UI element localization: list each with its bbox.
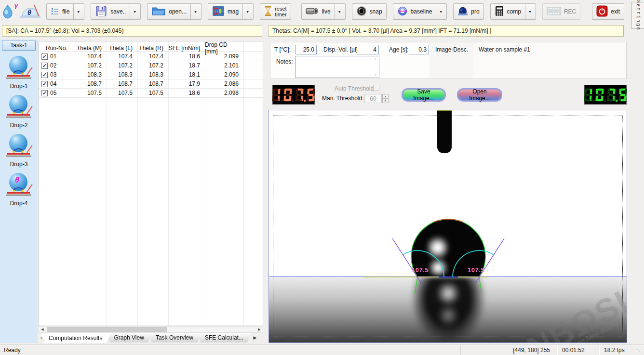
exit-button[interactable]: exit — [592, 3, 624, 20]
cell-theta_l: 108.7 — [107, 79, 137, 88]
drop-label: Drop-2 — [10, 122, 28, 129]
rec-button[interactable]: REC — [542, 3, 580, 20]
image-desc-label: Image-Desc. — [429, 43, 474, 78]
scroll-right-arrow[interactable]: ▶ — [256, 327, 263, 332]
row-checkbox[interactable] — [41, 90, 48, 96]
scroll-track[interactable] — [46, 327, 256, 332]
snap-button[interactable]: snap — [352, 3, 387, 20]
angle-led-display-left — [272, 85, 315, 105]
open-label: open... — [169, 8, 187, 15]
mag-button[interactable]: mag — [208, 3, 254, 20]
threshold-spinner[interactable]: ▲▼ — [382, 94, 389, 103]
table-hscrollbar[interactable]: ◀ ▶ — [39, 326, 263, 333]
table-row[interactable]: 02107.2107.2107.218.72.101 — [39, 61, 263, 70]
cell-drop_cd: 2.098 — [205, 89, 243, 97]
drop-image-view[interactable]: 107.5 107.5 NBΩSI Exploring New Boundari… — [268, 110, 627, 343]
app-logos: γ θ — [2, 3, 40, 20]
tabs-next-arrow[interactable]: ▶ — [252, 333, 258, 342]
row-checkbox[interactable] — [41, 53, 48, 60]
cell-sfe: 18.6 — [168, 52, 205, 61]
run-number: 04 — [50, 80, 56, 87]
image-description-panel: Image-Desc. Water on sample #1 — [429, 43, 626, 78]
settings-tab[interactable]: Settings — [631, 2, 644, 29]
cell-sfe: 17.9 — [168, 79, 205, 88]
cell-theta_r: 108.3 — [137, 70, 168, 79]
drop-label: Drop-3 — [10, 161, 28, 168]
comp-button[interactable]: comp — [490, 3, 536, 20]
baseline-button[interactable]: baseline — [393, 3, 447, 20]
rec-label: REC — [564, 8, 576, 15]
sidebar-item-drop-4[interactable]: θ Drop-4 — [0, 172, 38, 207]
baseline-dropdown-arrow[interactable] — [436, 4, 443, 19]
drop-label: Drop-4 — [10, 200, 28, 207]
save-button[interactable]: save.. — [91, 3, 141, 20]
scroll-left-arrow[interactable]: ◀ — [39, 327, 46, 332]
pro-button[interactable]: pro — [453, 3, 483, 20]
open-button[interactable]: open... — [147, 3, 201, 20]
manual-threshold-input[interactable]: 60 — [364, 94, 382, 103]
dispense-volume-input[interactable]: 4 — [357, 45, 379, 54]
run-number: 05 — [50, 90, 56, 96]
status-ready: Ready — [0, 345, 460, 355]
save-image-button[interactable]: Save Image... — [402, 88, 446, 102]
notes-scrollbar[interactable]: ∧∨ — [372, 57, 378, 77]
save-label: save.. — [110, 8, 126, 15]
file-dropdown-arrow[interactable] — [73, 4, 80, 19]
sidebar-item-drop-1[interactable]: Drop-1 — [0, 55, 38, 90]
resize-grip[interactable]: ⋱ — [634, 345, 644, 355]
cell-drop_cd: 2.086 — [205, 79, 243, 88]
live-dropdown-arrow[interactable] — [335, 4, 341, 19]
tab-task-overview[interactable]: Task Overview — [148, 333, 201, 342]
cell-sfe: 18.1 — [168, 70, 205, 79]
row-checkbox[interactable] — [41, 63, 48, 69]
file-button[interactable]: file — [46, 3, 84, 20]
roi-selection-rect[interactable] — [273, 116, 623, 337]
image-desc-value[interactable]: Water on sample #1 — [474, 43, 626, 78]
table-row[interactable]: 01107.4107.4107.418.62.099 — [39, 52, 263, 61]
cell-theta_r: 107.5 — [137, 89, 168, 97]
row-checkbox[interactable] — [41, 72, 48, 78]
row-checkbox[interactable] — [41, 81, 48, 87]
app-window: γ θ file save.. open... mag — [0, 0, 644, 355]
status-bar: Ready [449, 180] 255 00:01:52 18.2 fps ⋱ — [0, 344, 644, 355]
open-dropdown-arrow[interactable] — [190, 4, 197, 19]
sidebar-item-drop-2[interactable]: Drop-2 — [0, 94, 38, 129]
film-strip-icon — [547, 7, 561, 17]
age-label: Age [s]: — [389, 46, 409, 53]
live-button[interactable]: live — [301, 3, 346, 20]
temperature-input[interactable]: 25.0 — [295, 45, 317, 54]
baseline-icon — [397, 6, 408, 18]
cell-theta_l: 108.3 — [107, 70, 137, 79]
exit-label: exit — [611, 8, 620, 15]
cell-theta_l: 107.5 — [107, 89, 137, 97]
sidebar-item-drop-3[interactable]: Drop-3 — [0, 133, 38, 168]
live-label: live — [322, 8, 331, 15]
auto-threshold-checkbox[interactable] — [373, 85, 379, 91]
main-toolbar: γ θ file save.. open... mag — [0, 0, 629, 23]
table-row[interactable]: 03108.3108.3108.318.12.090 — [39, 70, 263, 79]
tab-sfe-calculator[interactable]: SFE Calculat... — [197, 333, 252, 342]
notes-input[interactable]: ∧∨ — [295, 56, 379, 78]
tab-computation-results[interactable]: Computation Results — [40, 333, 110, 343]
open-image-button[interactable]: Open Image... — [457, 88, 502, 102]
table-row[interactable]: 05107.5107.5107.518.62.098 — [39, 89, 263, 98]
table-row[interactable]: 04108.7108.7108.717.92.086 — [39, 79, 263, 89]
gamma-glyph: γ — [14, 2, 18, 9]
reset-timer-button[interactable]: resettimer — [260, 3, 291, 20]
mag-dropdown-arrow[interactable] — [242, 4, 249, 19]
cell-sfe: 18.6 — [168, 89, 205, 97]
status-elapsed-time: 00:01:52 — [557, 345, 599, 355]
drop-icon — [5, 94, 33, 121]
status-framerate: 18.2 fps — [599, 345, 634, 355]
comp-dropdown-arrow[interactable] — [525, 4, 532, 19]
tab-task-1[interactable]: Task-1 — [2, 40, 36, 51]
snap-label: snap — [370, 8, 382, 15]
notes-label: Notes: — [276, 58, 293, 65]
save-icon — [95, 5, 107, 19]
dispense-volume-label: Disp.-Vol. [µl]: — [323, 46, 359, 53]
cell-theta_m: 107.5 — [75, 89, 107, 97]
age-input[interactable]: 0.3 — [409, 45, 429, 54]
tab-graph-view[interactable]: Graph View — [106, 333, 152, 342]
save-dropdown-arrow[interactable] — [130, 4, 136, 19]
scroll-thumb[interactable] — [47, 327, 167, 332]
